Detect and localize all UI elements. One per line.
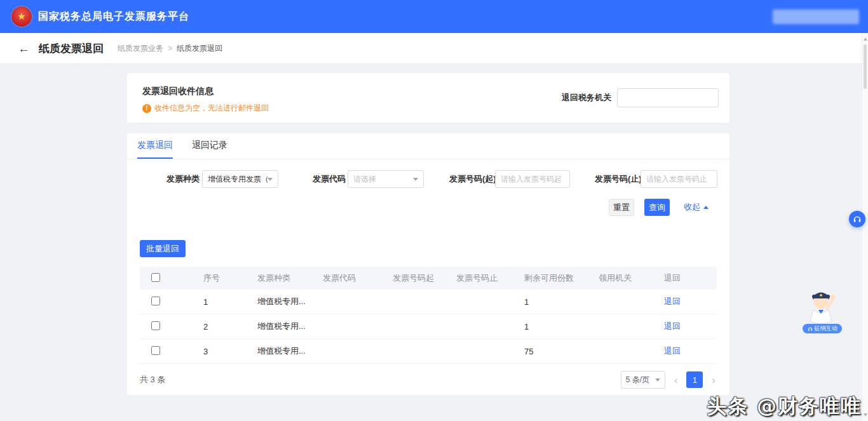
invoice-code-select[interactable]: 请选择 xyxy=(348,170,424,188)
interaction-badge-label: 征纳互动 xyxy=(815,324,837,333)
row-checkbox[interactable] xyxy=(151,297,160,305)
page-number-current[interactable]: 1 xyxy=(686,371,703,388)
watermark-text: 头条 @财务唯唯 xyxy=(707,393,862,420)
tax-office-field: 退回税务机关 xyxy=(562,88,719,107)
tab-return-records[interactable]: 退回记录 xyxy=(192,133,227,159)
breadcrumb-bar: ← 纸质发票退回 纸质发票业务 > 纸质发票退回 xyxy=(0,33,868,63)
interaction-badge[interactable]: 征纳互动 xyxy=(803,324,842,333)
breadcrumb-separator: > xyxy=(168,44,172,53)
headset-button[interactable] xyxy=(849,211,865,227)
col-header-code: 发票代码 xyxy=(323,272,393,284)
scrollbar-thumb[interactable] xyxy=(864,44,867,89)
col-header-organ: 领用机关 xyxy=(599,272,664,284)
table-row: 3 增值税专用... 75 退回 xyxy=(140,339,717,364)
collapse-link[interactable]: 收起 xyxy=(684,201,709,213)
screen: ★ 国家税务总局电子发票服务平台 ← 纸质发票退回 纸质发票业务 > 纸质发票退… xyxy=(0,0,868,421)
page-title: 纸质发票退回 xyxy=(39,41,104,56)
number-start-input[interactable] xyxy=(501,175,564,184)
table-row: 1 增值税专用... 1 退回 xyxy=(140,290,717,314)
row-checkbox[interactable] xyxy=(151,346,160,355)
warning-icon: ! xyxy=(142,104,151,113)
app-header: ★ 国家税务总局电子发票服务平台 xyxy=(0,0,868,33)
mascot-avatar[interactable] xyxy=(804,287,839,324)
col-header-remaining: 剩余可用份数 xyxy=(524,272,599,284)
cell-remaining: 1 xyxy=(524,297,599,307)
chevron-down-icon xyxy=(655,378,660,382)
number-start-field xyxy=(495,170,570,188)
reset-button[interactable]: 重置 xyxy=(609,199,634,216)
search-button[interactable]: 查询 xyxy=(644,199,670,216)
invoice-code-label: 发票代码 xyxy=(313,170,346,188)
back-icon[interactable]: ← xyxy=(18,43,30,55)
invoice-type-value: 增值税专用发票（ xyxy=(208,174,268,185)
col-header-return: 退回 xyxy=(664,272,717,284)
scroll-up-icon[interactable] xyxy=(864,37,867,41)
cell-remaining: 75 xyxy=(524,347,599,356)
col-header-seq: 序号 xyxy=(203,272,257,284)
breadcrumb-parent[interactable]: 纸质发票业务 xyxy=(118,43,163,54)
invoice-type-label: 发票种类 xyxy=(166,170,200,188)
tax-office-label: 退回税务机关 xyxy=(562,92,611,104)
number-end-label: 发票号码(止) xyxy=(595,170,642,188)
number-start-label: 发票号码(起) xyxy=(449,170,496,188)
page-size-select[interactable]: 5 条/页 xyxy=(621,371,665,389)
invoice-return-card: 发票退回 退回记录 发票种类 增值税专用发票（ 发票代码 请选择 发票号码(起)… xyxy=(127,133,729,395)
select-all-checkbox[interactable] xyxy=(151,273,160,282)
row-checkbox[interactable] xyxy=(151,321,160,330)
breadcrumb-current: 纸质发票退回 xyxy=(177,43,222,54)
national-emblem-logo: ★ xyxy=(11,6,32,27)
app-title: 国家税务总局电子发票服务平台 xyxy=(38,10,189,23)
table-header-row: 序号 发票种类 发票代码 发票号码起 发票号码止 剩余可用份数 领用机关 退回 xyxy=(140,267,717,290)
page-size-value: 5 条/页 xyxy=(626,375,649,385)
breadcrumb: 纸质发票业务 > 纸质发票退回 xyxy=(118,43,222,54)
invoice-code-placeholder: 请选择 xyxy=(353,174,376,185)
col-header-type: 发票种类 xyxy=(257,272,323,284)
collapse-label: 收起 xyxy=(684,201,700,213)
col-header-start: 发票号码起 xyxy=(393,272,456,284)
invoice-table: 序号 发票种类 发票代码 发票号码起 发票号码止 剩余可用份数 领用机关 退回 … xyxy=(140,267,717,364)
cell-seq: 2 xyxy=(203,322,257,331)
invoice-type-select[interactable]: 增值税专用发票（ xyxy=(202,170,278,188)
headset-icon xyxy=(808,326,813,331)
user-info-blurred[interactable] xyxy=(773,10,859,24)
chevron-down-icon xyxy=(413,178,418,181)
col-header-end: 发票号码止 xyxy=(456,272,524,284)
scroll-down-icon[interactable] xyxy=(864,413,867,417)
cell-type: 增值税专用... xyxy=(257,321,323,332)
chevron-down-icon xyxy=(268,178,273,181)
total-count: 共 3 条 xyxy=(140,374,165,385)
next-page-icon[interactable]: › xyxy=(710,375,717,385)
prev-page-icon[interactable]: ‹ xyxy=(673,375,679,385)
cell-type: 增值税专用... xyxy=(257,345,323,357)
cell-seq: 1 xyxy=(203,297,257,307)
pagination: 共 3 条 5 条/页 ‹ 1 › xyxy=(140,370,717,390)
cell-seq: 3 xyxy=(203,347,257,356)
number-end-field xyxy=(641,170,717,188)
return-link[interactable]: 退回 xyxy=(664,346,681,356)
recipient-info-card: 发票退回收件信息 ! 收件信息为空，无法进行邮件退回 退回税务机关 xyxy=(127,73,729,123)
tab-invoice-return-label: 发票退回 xyxy=(137,140,173,151)
return-link[interactable]: 退回 xyxy=(664,321,681,331)
headset-icon xyxy=(853,215,862,224)
batch-return-button[interactable]: 批量退回 xyxy=(140,240,186,257)
return-link[interactable]: 退回 xyxy=(664,297,681,306)
tax-office-input[interactable] xyxy=(617,88,719,107)
scrollbar[interactable] xyxy=(862,33,868,421)
tab-invoice-return[interactable]: 发票退回 xyxy=(137,133,173,159)
tab-return-records-label: 退回记录 xyxy=(192,140,227,151)
recipient-warning-text: 收件信息为空，无法进行邮件退回 xyxy=(154,103,269,114)
table-row: 2 增值税专用... 1 退回 xyxy=(140,314,717,339)
number-end-input[interactable] xyxy=(646,175,712,184)
tax-officer-mascot-icon xyxy=(804,287,839,324)
cell-type: 增值税专用... xyxy=(257,296,323,307)
cell-remaining: 1 xyxy=(524,322,599,331)
tab-bar: 发票退回 退回记录 xyxy=(127,133,729,159)
caret-up-icon xyxy=(703,206,709,209)
